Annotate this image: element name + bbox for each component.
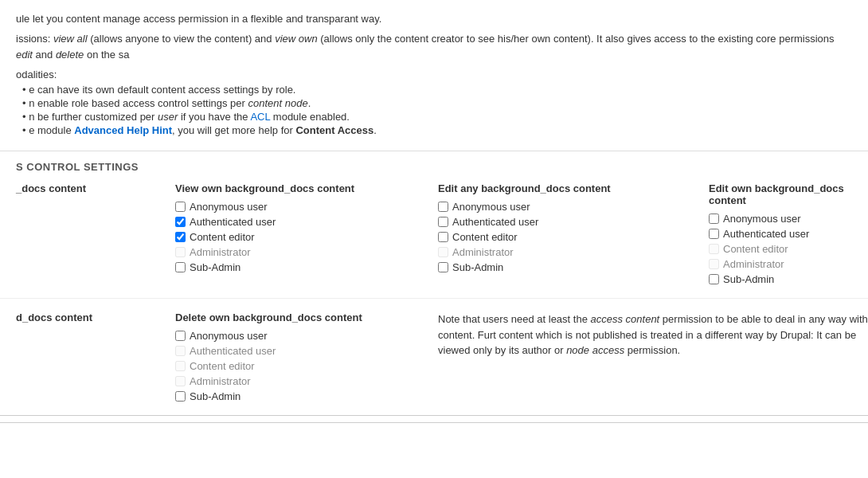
- row1-col3-checkboxes: Anonymous user Authenticated user Conten…: [438, 201, 709, 273]
- row1-col4-cb2: Authenticated user: [709, 228, 868, 240]
- row1-col2-cb1: Anonymous user: [175, 201, 438, 213]
- row1-col4-cb3: Content editor: [709, 243, 868, 255]
- row1-col3-cb4-input: [438, 247, 448, 257]
- row1-col1: _docs content: [16, 179, 175, 285]
- advanced-help-link[interactable]: Advanced Help Hint: [74, 124, 172, 136]
- row1-col3-cb3-label: Content editor: [452, 231, 518, 243]
- bullet4-post: .: [373, 124, 377, 136]
- bullet-list: e can have its own default content acces…: [16, 84, 852, 136]
- row1-col3-cb1-input[interactable]: [438, 202, 448, 212]
- row1-col2-cb4-label: Administrator: [190, 246, 251, 258]
- bullet-item-1: e can have its own default content acces…: [16, 84, 852, 96]
- row1-col2-cb3: Content editor: [175, 231, 438, 243]
- row1-col2-cb3-label: Content editor: [190, 231, 255, 243]
- modalities-label: odalities:: [16, 69, 852, 80]
- row1-col3-cb5: Sub-Admin: [438, 261, 709, 273]
- row2-label: d_docs content: [16, 308, 175, 323]
- bullet2-pre: n enable role based access control setti…: [29, 97, 248, 109]
- row1-col2-checkboxes: Anonymous user Authenticated user Conten…: [175, 201, 438, 273]
- edit-text: edit: [16, 49, 33, 61]
- bullet4-pre: e module: [29, 124, 74, 136]
- bullet3-post: module enabled.: [270, 111, 350, 123]
- row2-col2-cb1: Anonymous user: [175, 330, 438, 342]
- row2-col2-cb4: Administrator: [175, 375, 438, 387]
- intro-line1: ule let you content manage access permis…: [16, 13, 852, 25]
- row1-col2-cb5-input[interactable]: [175, 262, 186, 272]
- bullet4-mid: , you will get more help for: [172, 124, 295, 136]
- row2-col2-header: Delete own background_docs content: [175, 308, 438, 323]
- bullet3-pre: n be further customized per: [29, 111, 158, 123]
- row2-col2-cb5-input[interactable]: [175, 391, 186, 402]
- row1-col4: Edit own background_docs content Anonymo…: [709, 179, 868, 285]
- row1-col2-cb4: Administrator: [175, 246, 438, 258]
- row1-col2-cb3-input[interactable]: [175, 232, 186, 242]
- note-text: Note that users need at least the access…: [438, 308, 868, 358]
- note-post: permission.: [624, 344, 680, 356]
- row2-col2-cb3: Content editor: [175, 360, 438, 372]
- bottom-separator: [0, 422, 868, 423]
- row1-col4-cb5-input[interactable]: [709, 274, 719, 284]
- row2-col2-cb1-input[interactable]: [175, 331, 186, 341]
- row2-col2-cb5: Sub-Admin: [175, 390, 438, 402]
- view-own-text: view own: [275, 33, 317, 45]
- row2-col2-cb4-input: [175, 376, 186, 386]
- row2-col2-cb2-label: Authenticated user: [190, 345, 276, 357]
- bullet-item-3: n be further customized per user if you …: [16, 111, 852, 123]
- row2-col2-cb5-label: Sub-Admin: [190, 390, 240, 402]
- row1-col3-cb2-label: Authenticated user: [452, 216, 538, 228]
- row1-col4-cb4: Administrator: [709, 258, 868, 270]
- perm-text-pre: issions:: [16, 33, 53, 45]
- section-heading: S CONTROL SETTINGS: [0, 151, 868, 179]
- perm-text-end: on the sa: [84, 49, 129, 61]
- row1-col4-header: Edit own background_docs content: [709, 179, 868, 206]
- row1-col2-cb2-input[interactable]: [175, 217, 186, 227]
- permissions-line: issions: view all (allows anyone to view…: [16, 31, 852, 62]
- row2-col2-cb1-label: Anonymous user: [190, 330, 268, 342]
- row2-note: Note that users need at least the access…: [438, 308, 868, 402]
- row1-col3-cb3: Content editor: [438, 231, 709, 243]
- row1-col4-cb1-input[interactable]: [709, 214, 719, 224]
- row1-col2-cb2-label: Authenticated user: [190, 216, 276, 228]
- row1-col4-cb1-label: Anonymous user: [723, 213, 801, 225]
- row1-col4-cb4-label: Administrator: [723, 258, 784, 270]
- row2-col2-checkboxes: Anonymous user Authenticated user Conten…: [175, 330, 438, 402]
- bullet3-em: user: [158, 111, 178, 123]
- view-all-text: view all: [53, 33, 88, 45]
- row1-col2-cb5-label: Sub-Admin: [190, 261, 240, 273]
- row1-col3-cb1: Anonymous user: [438, 201, 709, 213]
- row1-col4-cb1: Anonymous user: [709, 213, 868, 225]
- bullet2-post: .: [308, 97, 311, 109]
- perm-text-mid2: (allows only the content creator to see …: [318, 33, 835, 45]
- row1-col4-cb5-label: Sub-Admin: [723, 273, 774, 285]
- row1-col3-cb3-input[interactable]: [438, 232, 448, 242]
- note-em2: node access: [566, 344, 624, 356]
- perm-text-and: and: [33, 49, 56, 61]
- row2-col2: Delete own background_docs content Anony…: [175, 308, 438, 402]
- row1-col2-header: View own background_docs content: [175, 179, 438, 194]
- row1-col2-cb4-input: [175, 247, 186, 257]
- row1-col3-cb2-input[interactable]: [438, 217, 448, 227]
- row1-grid: _docs content View own background_docs c…: [0, 179, 868, 299]
- row1-col2-cb2: Authenticated user: [175, 216, 438, 228]
- content-access-bold: Content Access: [295, 124, 373, 136]
- bullet-item-2: n enable role based access control setti…: [16, 97, 852, 109]
- row2-col2-cb3-label: Content editor: [190, 360, 255, 372]
- row1-col3-header: Edit any background_docs content: [438, 179, 709, 194]
- acl-link[interactable]: ACL: [250, 111, 270, 123]
- row1-col2-cb1-input[interactable]: [175, 202, 186, 212]
- row2-col1: d_docs content: [16, 308, 175, 402]
- row1-col3-cb2: Authenticated user: [438, 216, 709, 228]
- row1-col3-cb5-label: Sub-Admin: [452, 261, 503, 273]
- row1-col4-checkboxes: Anonymous user Authenticated user Conten…: [709, 213, 868, 285]
- row2-col2-cb2-input: [175, 346, 186, 356]
- row1-col4-cb4-input: [709, 259, 719, 269]
- row2-col2-cb3-input: [175, 361, 186, 371]
- row1-col3-cb5-input[interactable]: [438, 262, 448, 272]
- row1-col4-cb2-input[interactable]: [709, 229, 719, 239]
- row2-col2-cb4-label: Administrator: [190, 375, 251, 387]
- row1-col3-cb1-label: Anonymous user: [452, 201, 530, 213]
- row1-col3-cb4: Administrator: [438, 246, 709, 258]
- row2-grid: d_docs content Delete own background_doc…: [0, 299, 868, 416]
- intro-section: ule let you content manage access permis…: [0, 0, 868, 151]
- bullet2-em: content node: [248, 97, 308, 109]
